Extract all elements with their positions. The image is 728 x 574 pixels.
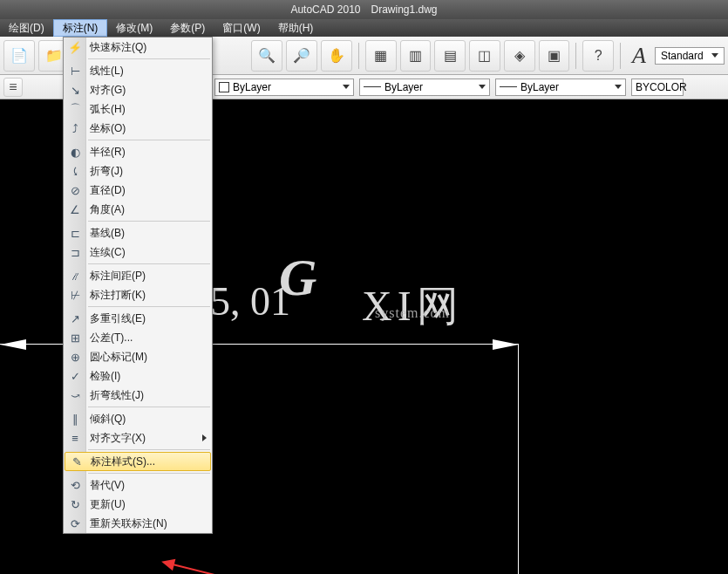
menu-item[interactable]: ↘对齐(G) [64,80,212,99]
menu-modify[interactable]: 修改(M) [107,19,161,37]
menu-item-label: 快速标注(Q) [90,40,146,55]
line-sample-icon [500,86,517,87]
new-icon[interactable]: 📄 [3,40,35,72]
menu-item[interactable]: ⊐连续(C) [64,243,212,262]
menu-item-label: 半径(R) [90,145,126,160]
zoom-extents-icon[interactable]: 🔎 [286,40,317,72]
text-style-dropdown[interactable]: Standard [655,47,725,65]
menu-item-label: 对齐文字(X) [90,431,146,446]
chevron-down-icon [343,85,350,89]
menu-item[interactable]: ⚡快速标注(Q) [64,38,212,57]
menu-item[interactable]: ∥倾斜(Q) [64,409,212,428]
menu-item-label: 折弯线性(J) [90,388,144,403]
menu-item-icon: ⤻ [67,387,83,403]
bycolor-box[interactable]: BYCOLOR [631,79,684,96]
menu-item[interactable]: ↗多重引线(E) [64,309,212,328]
menu-item-icon: ⊏ [67,225,83,241]
menu-draw[interactable]: 绘图(D) [0,19,53,37]
menu-item[interactable]: ⟳重新关联标注(N) [64,514,212,533]
extension-line [518,344,519,574]
separator [358,43,359,69]
menu-item[interactable]: ⟲替代(V) [64,475,212,495]
menu-item-icon: ⊢ [67,63,83,79]
menu-item-label: 基线(B) [90,226,125,241]
grid-icon[interactable]: ▦ [365,40,397,72]
zoom-window-icon[interactable]: 🔍 [251,40,282,72]
titlebar: AutoCAD 2010 Drawing1.dwg [0,0,728,19]
menu-item[interactable]: ✓检验(I) [64,366,212,386]
pan-icon[interactable]: ✋ [321,40,352,72]
menu-item[interactable]: ✎标注样式(S)... [65,452,211,471]
dimension-text: 5, 01 [210,278,290,325]
menu-item-label: 重新关联标注(N) [90,516,167,531]
annotation-arrow [166,562,378,574]
color-value: ByLayer [233,81,271,93]
menu-item[interactable]: ⊢线性(L) [64,61,212,80]
lineweight-dropdown[interactable]: ByLayer [495,79,626,96]
menu-item-label: 对齐(G) [90,83,126,98]
menu-item[interactable]: ∠角度(A) [64,200,212,219]
sheet-icon[interactable]: ▤ [434,40,466,72]
help-icon[interactable]: ? [582,40,614,72]
bycolor-value: BYCOLOR [636,81,687,93]
menu-item-icon: ⊕ [67,349,83,365]
separator [620,43,621,69]
text-style-value: Standard [661,50,704,62]
menu-window[interactable]: 窗口(W) [214,19,269,37]
color-dropdown[interactable]: ByLayer [214,79,354,96]
menu-param[interactable]: 参数(P) [161,19,214,37]
dimension-menu: ⚡快速标注(Q)⊢线性(L)↘对齐(G)⌒弧长(H)⤴坐标(O)◐半径(R)⤹折… [63,37,213,534]
menu-item-icon: ∠ [67,202,83,217]
menu-item[interactable]: ⫽标注间距(P) [64,266,212,285]
menu-separator [88,58,210,59]
app-name: AutoCAD 2010 [290,3,360,16]
menu-help[interactable]: 帮助(H) [269,19,323,37]
menu-item[interactable]: ⊕圆心标记(M) [64,347,212,366]
tool3-icon[interactable]: ▣ [539,40,570,72]
linetype-dropdown[interactable]: ByLayer [359,79,490,96]
menu-item[interactable]: ⌒弧长(H) [64,99,212,119]
text-style-icon[interactable]: A [627,43,651,69]
menu-item[interactable]: ⤹折弯(J) [64,161,212,181]
chevron-down-icon [479,85,486,89]
layout-icon[interactable]: ▥ [400,40,432,72]
linetype-value: ByLayer [384,81,423,93]
menu-item-label: 线性(L) [90,64,124,79]
menu-item[interactable]: ≡对齐文字(X) [64,428,212,448]
menu-item-label: 角度(A) [90,202,125,217]
menu-item-icon: ⟳ [67,516,83,531]
menu-item-label: 多重引线(E) [90,311,146,326]
menu-item-label: 替代(V) [90,478,125,493]
menu-item-label: 标注间距(P) [90,269,146,284]
menu-item-icon: ⊘ [67,182,83,198]
lineweight-value: ByLayer [520,81,559,93]
menu-item[interactable]: ⤻折弯线性(J) [64,386,212,405]
menu-item-icon: ✎ [69,454,85,469]
menu-item-label: 检验(I) [90,369,120,384]
menu-item[interactable]: ⤴坐标(O) [64,119,212,138]
menu-item-icon: ≡ [67,430,83,446]
menu-item-icon: ⚡ [67,39,83,55]
chevron-down-icon [711,53,718,58]
tool1-icon[interactable]: ◫ [469,40,500,72]
menubar: 绘图(D) 标注(N) 修改(M) 参数(P) 窗口(W) 帮助(H) [0,19,728,37]
menu-item[interactable]: ⊘直径(D) [64,181,212,200]
menu-item-label: 标注打断(K) [90,288,146,303]
layer-icon[interactable]: ≡ [3,78,23,97]
submenu-arrow-icon [202,434,207,441]
menu-item-icon: ◐ [67,144,83,160]
menu-item-label: 折弯(J) [90,164,123,179]
menu-item[interactable]: ⊏基线(B) [64,223,212,243]
menu-separator [88,407,210,407]
menu-item[interactable]: ◐半径(R) [64,142,212,161]
menu-item-label: 弧长(H) [90,102,126,117]
menu-dimension[interactable]: 标注(N) [53,19,108,37]
menu-separator [88,140,210,140]
menu-separator [88,449,210,450]
menu-item[interactable]: ⊬标注打断(K) [64,285,212,304]
file-name: Drawing1.dwg [371,3,438,16]
tool2-icon[interactable]: ◈ [504,40,535,72]
menu-item[interactable]: ⊞公差(T)... [64,328,212,347]
menu-item[interactable]: ↻更新(U) [64,495,212,514]
menu-item-icon: ∥ [67,411,83,427]
